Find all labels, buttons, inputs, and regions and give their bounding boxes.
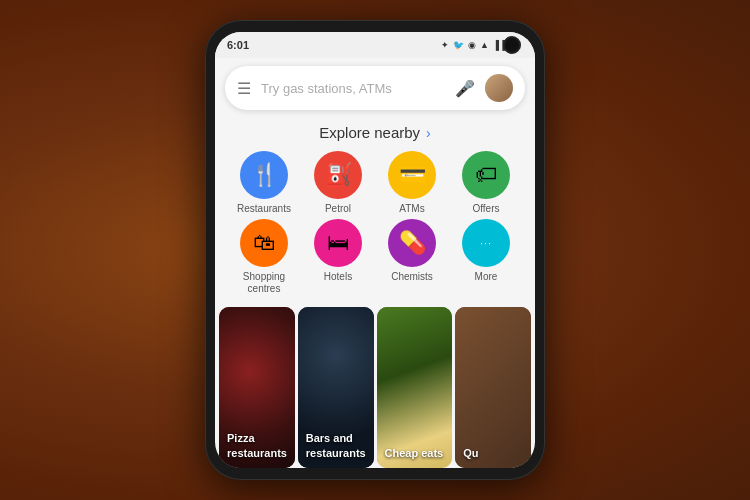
restaurants-label: Restaurants [237, 203, 291, 215]
more-icon: ··· [480, 237, 492, 249]
more-icon-circle: ··· [462, 219, 510, 267]
shopping-label: Shopping centres [229, 271, 299, 295]
petrol-icon-circle: ⛽ [314, 151, 362, 199]
explore-header: Explore nearby › [225, 124, 525, 141]
status-time: 6:01 [227, 39, 249, 51]
hotels-icon: 🛏 [327, 230, 349, 256]
place-cards-row: Pizzarestaurants Bars andrestaurants Che… [215, 299, 535, 468]
category-grid: 🍴 Restaurants ⛽ Petrol 💳 [225, 151, 525, 295]
user-avatar[interactable] [485, 74, 513, 102]
place-card-pizza[interactable]: Pizzarestaurants [219, 307, 295, 468]
explore-title: Explore nearby [319, 124, 420, 141]
bluetooth-icon: ✦ [441, 40, 449, 50]
pizza-card-label: Pizzarestaurants [227, 431, 287, 460]
search-placeholder[interactable]: Try gas stations, ATMs [261, 81, 455, 96]
offers-icon-circle: 🏷 [462, 151, 510, 199]
search-bar[interactable]: ☰ Try gas stations, ATMs 🎤 [225, 66, 525, 110]
shopping-icon: 🛍 [253, 230, 275, 256]
explore-chevron-icon[interactable]: › [426, 125, 431, 141]
location-icon: ◉ [468, 40, 476, 50]
bars-card-label: Bars andrestaurants [306, 431, 366, 460]
place-card-qu[interactable]: Qu [455, 307, 531, 468]
phone-device: 6:01 ✦ 🐦 ◉ ▲ ▐▐▐ ▮ ☰ Try gas stations, A… [205, 20, 545, 480]
offers-label: Offers [472, 203, 499, 215]
place-card-bars[interactable]: Bars andrestaurants [298, 307, 374, 468]
cheap-eats-card-label: Cheap eats [385, 446, 444, 460]
qu-bg [455, 307, 531, 468]
category-offers[interactable]: 🏷 Offers [451, 151, 521, 215]
chemists-label: Chemists [391, 271, 433, 283]
cheap-eats-bg [377, 307, 453, 468]
mic-icon[interactable]: 🎤 [455, 79, 475, 98]
wifi-icon: ▲ [480, 40, 489, 50]
qu-card-label: Qu [463, 446, 478, 460]
place-card-cheap-eats[interactable]: Cheap eats [377, 307, 453, 468]
offers-icon: 🏷 [475, 162, 497, 188]
category-atms[interactable]: 💳 ATMs [377, 151, 447, 215]
petrol-label: Petrol [325, 203, 351, 215]
category-restaurants[interactable]: 🍴 Restaurants [229, 151, 299, 215]
hotels-label: Hotels [324, 271, 352, 283]
category-more[interactable]: ··· More [451, 219, 521, 295]
petrol-icon: ⛽ [325, 162, 352, 188]
atm-icon-circle: 💳 [388, 151, 436, 199]
status-bar: 6:01 ✦ 🐦 ◉ ▲ ▐▐▐ ▮ [215, 32, 535, 58]
front-camera [503, 36, 521, 54]
atm-label: ATMs [399, 203, 424, 215]
phone-screen: 6:01 ✦ 🐦 ◉ ▲ ▐▐▐ ▮ ☰ Try gas stations, A… [215, 32, 535, 468]
more-label: More [475, 271, 498, 283]
explore-section: Explore nearby › 🍴 Restaurants ⛽ [215, 118, 535, 299]
category-petrol[interactable]: ⛽ Petrol [303, 151, 373, 215]
category-shopping[interactable]: 🛍 Shopping centres [229, 219, 299, 295]
restaurants-icon: 🍴 [251, 162, 278, 188]
category-hotels[interactable]: 🛏 Hotels [303, 219, 373, 295]
hotels-icon-circle: 🛏 [314, 219, 362, 267]
category-chemists[interactable]: 💊 Chemists [377, 219, 447, 295]
phone-body: 6:01 ✦ 🐦 ◉ ▲ ▐▐▐ ▮ ☰ Try gas stations, A… [205, 20, 545, 480]
twitter-icon: 🐦 [453, 40, 464, 50]
atm-icon: 💳 [399, 162, 426, 188]
restaurants-icon-circle: 🍴 [240, 151, 288, 199]
hamburger-icon[interactable]: ☰ [237, 79, 251, 98]
chemists-icon: 💊 [399, 230, 426, 256]
chemists-icon-circle: 💊 [388, 219, 436, 267]
shopping-icon-circle: 🛍 [240, 219, 288, 267]
